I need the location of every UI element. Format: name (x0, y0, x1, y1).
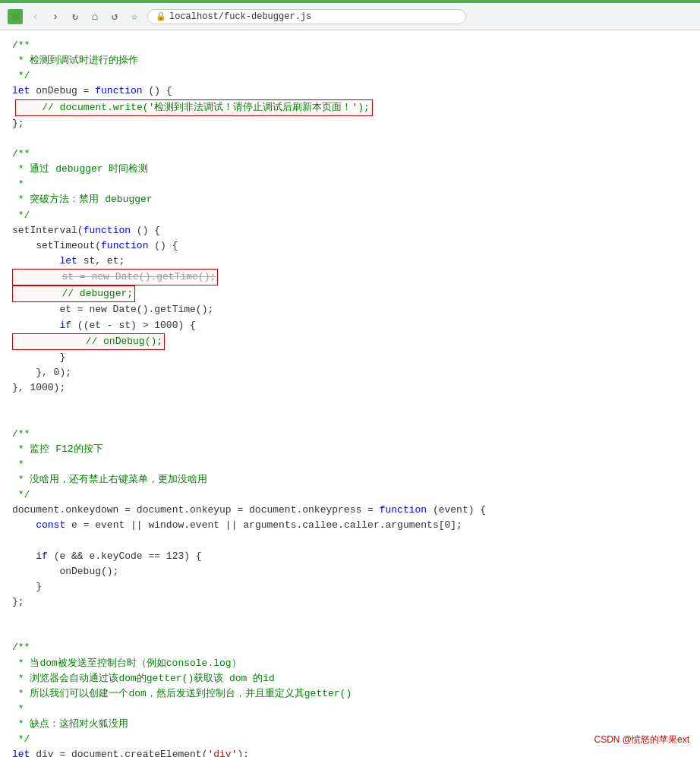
debugger-comment-line: // debugger; (12, 285, 135, 302)
star-button[interactable]: ☆ (128, 10, 141, 24)
back2-button[interactable]: ↺ (108, 10, 121, 24)
ondebug-comment-line: // onDebug(); (12, 333, 165, 350)
forward-button[interactable]: › (49, 10, 62, 24)
home-button[interactable]: ⌂ (88, 10, 102, 24)
back-button[interactable]: ‹ (29, 10, 43, 24)
code-line4: let onDebug = function () { (12, 85, 172, 96)
favicon: 🌿 (8, 9, 23, 24)
lock-icon: 🔒 (156, 11, 166, 21)
reload-button[interactable]: ↻ (68, 10, 82, 24)
code-area: /** * 检测到调试时进行的操作 */ let onDebug = funct… (0, 30, 700, 757)
url-bar[interactable]: 🔒 localhost/fuck-debugger.js (147, 9, 466, 24)
watermark: CSDN @愤怒的苹果ext (594, 733, 689, 746)
comment-3: /** * 监控 F12的按下 * * 没啥用，还有禁止右键菜单，更加没啥用 *… (12, 428, 207, 501)
strikethrough-line: st = new Date().getTime(); (12, 269, 218, 285)
comment-2: /** * 通过 debugger 时间检测 * * 突破方法：禁用 debug… (12, 148, 153, 221)
setinterval-block: setInterval(function () { setTimeout(fun… (12, 225, 486, 757)
comment-4: /** * 当dom被发送至控制台时（例如console.log） * 浏览器会… (12, 642, 352, 745)
highlighted-comment-line: // document.write('检测到非法调试！请停止调试后刷新本页面！'… (15, 99, 373, 116)
url-text: localhost/fuck-debugger.js (169, 11, 311, 22)
comment-1: /** * 检测到调试时进行的操作 */ (12, 39, 138, 81)
browser-chrome: 🌿 ‹ › ↻ ⌂ ↺ ☆ 🔒 localhost/fuck-debugger.… (0, 3, 700, 30)
